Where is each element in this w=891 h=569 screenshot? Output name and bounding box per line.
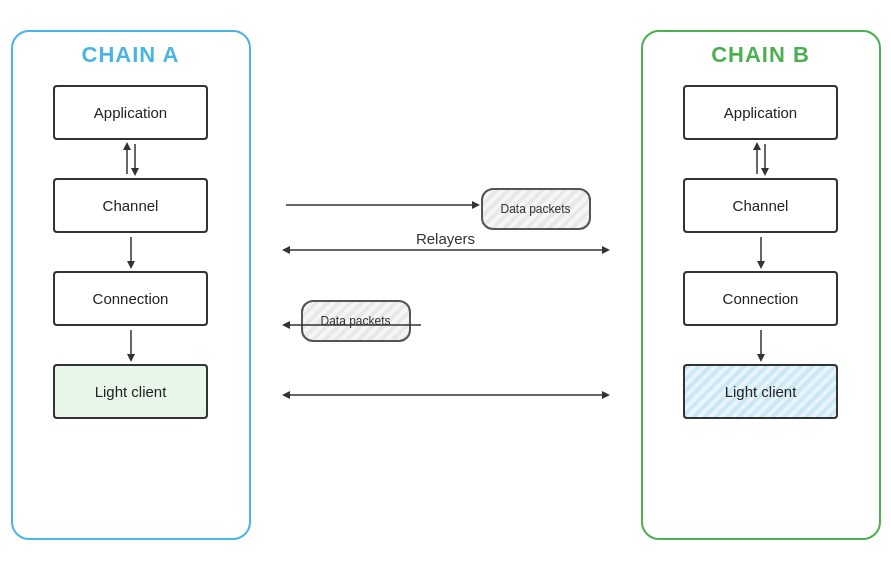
- diagram: CHAIN A Application Channel: [11, 10, 881, 560]
- chain-b-channel: Channel: [683, 178, 838, 233]
- data-packets-upper: Data packets: [481, 188, 591, 230]
- chain-b-connection: Connection: [683, 271, 838, 326]
- chain-b-light-client: Light client: [683, 364, 838, 419]
- chain-b-box: CHAIN B Application Channel: [641, 30, 881, 540]
- svg-marker-3: [131, 168, 139, 176]
- svg-marker-16: [282, 391, 290, 399]
- svg-marker-7: [127, 354, 135, 362]
- chain-b-title: CHAIN B: [711, 42, 810, 68]
- data-packets-lower: Data packets: [301, 300, 411, 342]
- chain-a-arrow-channel-connection: [119, 233, 143, 271]
- svg-marker-25: [757, 354, 765, 362]
- middle-area: Data packets Data packets: [281, 30, 611, 540]
- middle-arrows-svg: [281, 30, 611, 540]
- chain-a-stack: Application Channel: [13, 85, 249, 419]
- svg-marker-1: [123, 142, 131, 150]
- chain-b-arrow-connection-lightclient: [749, 326, 773, 364]
- svg-marker-9: [472, 201, 480, 209]
- chain-a-arrow-app-channel: [119, 140, 143, 178]
- svg-marker-5: [127, 261, 135, 269]
- svg-marker-21: [761, 168, 769, 176]
- chain-a-application: Application: [53, 85, 208, 140]
- data-packets-upper-box: Data packets: [481, 188, 591, 230]
- svg-marker-14: [282, 321, 290, 329]
- chain-a-box: CHAIN A Application Channel: [11, 30, 251, 540]
- svg-marker-19: [753, 142, 761, 150]
- chain-b-arrow-channel-connection: [749, 233, 773, 271]
- relayers-label: Relayers: [416, 230, 475, 247]
- chain-a-channel: Channel: [53, 178, 208, 233]
- chain-b-application: Application: [683, 85, 838, 140]
- chain-b-arrow-app-channel: [749, 140, 773, 178]
- chain-b-stack: Application Channel: [643, 85, 879, 419]
- svg-marker-23: [757, 261, 765, 269]
- svg-marker-17: [602, 391, 610, 399]
- chain-a-connection: Connection: [53, 271, 208, 326]
- svg-marker-12: [602, 246, 610, 254]
- chain-a-arrow-connection-lightclient: [119, 326, 143, 364]
- chain-a-title: CHAIN A: [82, 42, 180, 68]
- data-packets-lower-box: Data packets: [301, 300, 411, 342]
- chain-a-light-client: Light client: [53, 364, 208, 419]
- svg-marker-11: [282, 246, 290, 254]
